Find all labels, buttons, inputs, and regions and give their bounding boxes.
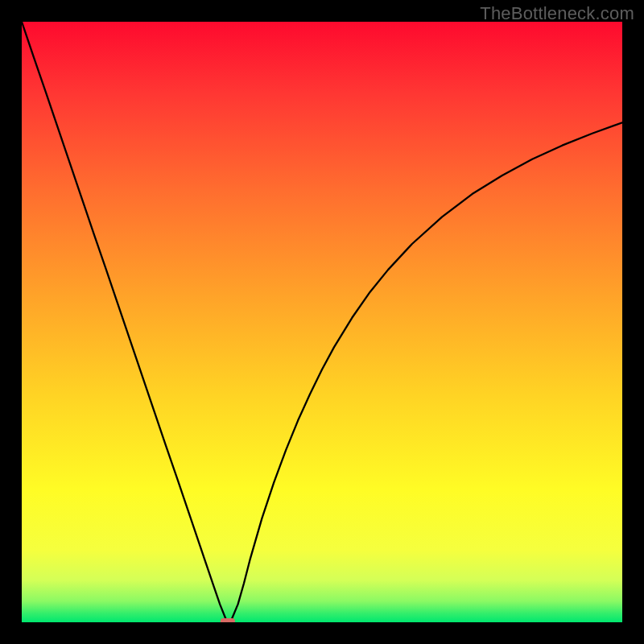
gradient-background xyxy=(22,22,622,622)
chart-frame xyxy=(22,22,622,622)
bottleneck-chart xyxy=(22,22,622,622)
optimal-marker xyxy=(221,618,235,622)
watermark-text: TheBottleneck.com xyxy=(480,3,634,24)
